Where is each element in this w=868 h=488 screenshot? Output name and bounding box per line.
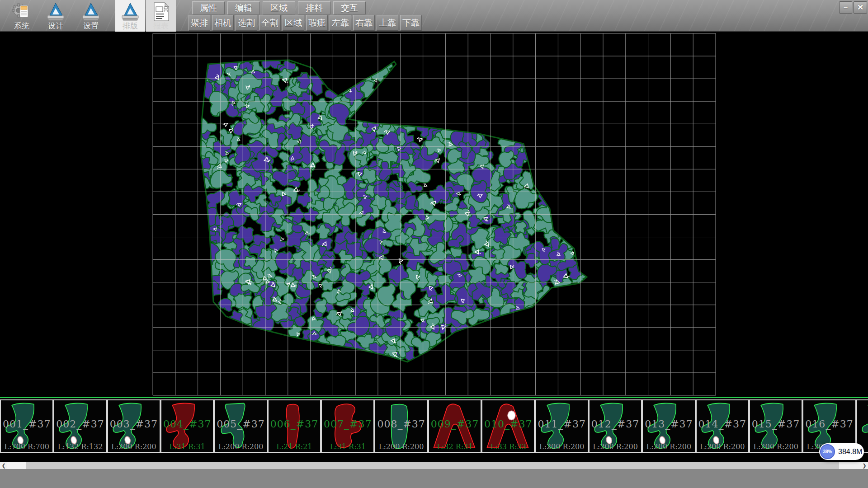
piece-id-label: 008_#37 — [375, 418, 427, 430]
piece-id-label: 016_#37 — [803, 418, 855, 430]
thumbnail-item[interactable]: 010_#37L:33 R:33 — [481, 399, 535, 453]
piece-lr-count-label: L:200 R:200 — [590, 442, 641, 451]
toolbar-button-label: 设置 — [76, 22, 106, 30]
menu-tab-properties[interactable]: 属性 — [192, 1, 225, 14]
menu-tab-edit[interactable]: 编辑 — [227, 1, 260, 14]
thumbnail-item[interactable]: 004_#37L:31 R:31 — [160, 399, 214, 453]
thumbnail-strip: 001_#37L:700 R:700002_#37L:132 R:132003_… — [0, 399, 868, 453]
piece-id-label: 013_#37 — [643, 418, 694, 430]
action-button-align-bottom[interactable]: 下靠 — [400, 15, 422, 31]
thumbnail-item[interactable]: 009_#37L:32 R:31 — [428, 399, 481, 453]
menu-tab-region[interactable]: 区域 — [263, 1, 295, 14]
action-button-defect[interactable]: 瑕疵 — [306, 15, 328, 31]
action-button-cut-all[interactable]: 全割 — [259, 15, 281, 31]
piece-id-label: 012_#37 — [590, 418, 641, 430]
toolbar-button-settings[interactable]: 设置 — [76, 0, 106, 32]
piece-id-label: 010_#37 — [482, 418, 534, 430]
piece-lr-count-label: L:200 R:200 — [215, 442, 266, 451]
thumbnail-item[interactable]: 014_#37L:200 R:200 — [696, 399, 749, 453]
action-button-align-top[interactable]: 上靠 — [377, 15, 398, 31]
piece-lr-count-label: L:31 R:31 — [161, 442, 213, 451]
action-button-align-left[interactable]: 左靠 — [330, 15, 351, 31]
thumbnail-item[interactable]: 003_#37L:200 R:200 — [107, 399, 160, 453]
memory-status-badge: 38% 384.8M — [819, 443, 864, 460]
design-icon — [45, 1, 66, 22]
piece-lr-count-label: L:200 R:200 — [750, 442, 802, 451]
progress-circle: 38% — [820, 444, 835, 459]
toolbar-button-label: 报表 — [146, 22, 176, 30]
piece-id-label: 004_#37 — [161, 418, 213, 430]
application-window: 系统 设计 设置 — [0, 0, 868, 488]
piece-lr-count-label: L:200 R:200 — [536, 442, 588, 451]
thumbnail-item[interactable]: 012_#37L:200 R:200 — [589, 399, 642, 453]
scroll-right-icon[interactable]: ❯ — [861, 462, 868, 469]
status-bar — [0, 469, 868, 488]
toolbar-button-nesting[interactable]: 排版 — [115, 0, 145, 32]
piece-id-label: 015_#37 — [750, 418, 802, 430]
piece-id-label: 002_#37 — [54, 418, 106, 430]
thumbnail-item[interactable]: 008_#37L:200 R:200 — [374, 399, 428, 453]
action-button-select-cut[interactable]: 选割 — [236, 15, 257, 31]
piece-lr-count-label: L:200 R:200 — [108, 442, 160, 451]
thumbnail-item[interactable]: 006_#37L:21 R:21 — [268, 399, 321, 453]
piece-id-label: 014_#37 — [697, 418, 748, 430]
thumbnail-item[interactable]: 001_#37L:700 R:700 — [0, 399, 53, 453]
toolbar-button-design[interactable]: 设计 — [41, 0, 71, 32]
action-button-cluster[interactable]: 聚排 — [189, 15, 210, 31]
piece-lr-count-label: L:132 R:132 — [54, 442, 106, 451]
piece-id-label: 006_#37 — [269, 418, 320, 430]
piece-lr-count-label: L:200 R:200 — [375, 442, 427, 451]
menu-tab-interact[interactable]: 交互 — [333, 1, 366, 14]
piece-id-label: 003_#37 — [108, 418, 160, 430]
piece-lr-count-label: L:31 R:31 — [322, 442, 373, 451]
toolbar-button-report[interactable]: 报表 — [146, 0, 176, 32]
piece-lr-count-label: L:21 R:21 — [269, 442, 320, 451]
toolbar-button-label: 排版 — [115, 22, 145, 30]
thumbnail-item[interactable]: 015_#37L:200 R:200 — [749, 399, 802, 453]
memory-value: 384.8M — [838, 443, 862, 460]
menu-tab-nest[interactable]: 排料 — [298, 1, 330, 14]
main-toolbar: 系统 设计 设置 — [0, 0, 868, 32]
action-button-region[interactable]: 区域 — [283, 15, 304, 31]
close-button[interactable]: ✕ — [854, 1, 867, 14]
piece-lr-count-label: L:33 R:33 — [482, 442, 534, 451]
strip-separator — [0, 397, 868, 398]
scroll-left-icon[interactable]: ❮ — [0, 462, 7, 469]
action-button-align-right[interactable]: 右靠 — [353, 15, 375, 31]
toolbar-button-label: 系统 — [7, 22, 37, 30]
piece-id-label: 011_#37 — [536, 418, 588, 430]
piece-id-label: 007_#37 — [322, 418, 373, 430]
scrollbar-thumb[interactable] — [7, 462, 26, 469]
thumbnail-item[interactable]: 011_#37L:200 R:200 — [535, 399, 589, 453]
piece-lr-count-label: L:700 R:700 — [1, 442, 52, 451]
thumbnail-item[interactable]: 005_#37L:200 R:200 — [214, 399, 267, 453]
report-icon — [151, 1, 171, 22]
system-icon — [11, 1, 32, 22]
thumbnail-item[interactable]: 013_#37L:200 R:200 — [642, 399, 695, 453]
action-button-camera[interactable]: 相机 — [212, 15, 234, 31]
horizontal-scrollbar[interactable]: ❮ ❯ — [0, 462, 868, 469]
piece-lr-count-label: L:32 R:31 — [429, 442, 481, 451]
nesting-icon — [120, 1, 141, 22]
toolbar-button-system[interactable]: 系统 — [7, 0, 37, 32]
piece-lr-count-label: L:200 R:200 — [643, 442, 694, 451]
settings-icon — [80, 1, 101, 22]
thumbnail-item[interactable]: 002_#37L:132 R:132 — [53, 399, 107, 453]
minimize-button[interactable]: – — [839, 1, 852, 14]
piece-id-label: 001_#37 — [1, 418, 52, 430]
piece-id-label: 005_#37 — [215, 418, 266, 430]
thumbnail-item[interactable]: 007_#37L:31 R:31 — [321, 399, 374, 453]
piece-lr-count-label: L:200 R:200 — [697, 442, 748, 451]
toolbar-button-label: 设计 — [41, 22, 71, 30]
piece-id-label: 009_#37 — [429, 418, 481, 430]
